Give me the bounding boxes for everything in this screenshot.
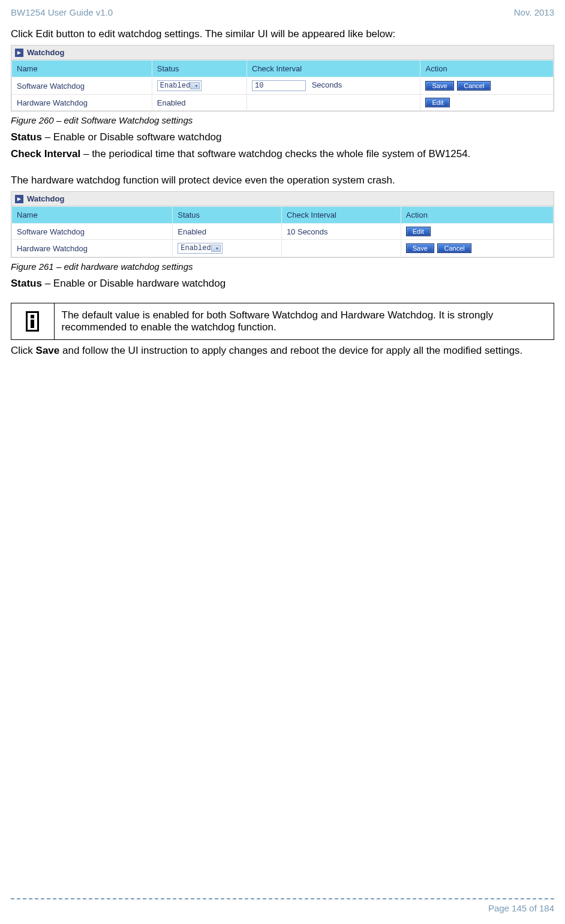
footer-divider [11,898,554,899]
cell-name: Hardware Watchdog [12,240,173,257]
watchdog-table-2: ▸ Watchdog Name Status Check Interval Ac… [11,191,554,258]
page-number: Page 145 of 184 [11,903,554,913]
cell-interval [247,95,420,111]
col-check-interval: Check Interval [247,61,420,77]
cancel-button[interactable]: Cancel [437,243,471,253]
table-row: Software Watchdog Enabled▾ 10 Seconds Sa… [12,77,554,95]
col-status: Status [152,61,247,77]
intro-text-2: The hardware watchdog function will prot… [11,174,554,186]
doc-title: BW1254 User Guide v1.0 [11,7,113,17]
col-action: Action [420,61,554,77]
info-text: The default value is enabled for both So… [55,303,554,339]
figure-caption-2: Figure 261 – edit hardware watchdog sett… [11,261,554,272]
table-row: Software Watchdog Enabled 10 Seconds Edi… [12,224,554,240]
cell-name: Hardware Watchdog [12,95,152,111]
status-select[interactable]: Enabled▾ [178,243,222,254]
status-line-1: Status – Enable or Disable software watc… [11,131,554,143]
check-interval-line: Check Interval – the periodical time tha… [11,148,554,160]
info-box: The default value is enabled for both So… [11,303,554,340]
save-button[interactable]: Save [425,81,453,91]
interval-input[interactable]: 10 [252,80,306,91]
doc-date: Nov. 2013 [514,7,554,17]
chevron-down-icon: ▾ [195,83,198,89]
cell-status: Enabled [173,224,282,240]
col-action: Action [401,207,553,224]
table-title-text: Watchdog [27,48,64,57]
intro-text-1: Click Edit button to edit watchdog setti… [11,28,554,40]
arrow-right-icon: ▸ [15,49,23,57]
cell-interval [281,240,401,257]
cancel-button[interactable]: Cancel [457,81,491,91]
table-title: ▸ Watchdog [11,192,554,206]
status-select[interactable]: Enabled▾ [157,80,202,91]
edit-button[interactable]: Edit [425,98,450,107]
info-icon-cell [11,303,55,339]
interval-unit: Seconds [312,80,342,89]
closing-text: Click Save and follow the UI instruction… [11,345,554,357]
table-title: ▸ Watchdog [11,46,554,60]
cell-name: Software Watchdog [12,224,173,240]
status-line-2: Status – Enable or Disable hardware watc… [11,278,554,290]
chevron-down-icon: ▾ [215,245,218,252]
edit-button[interactable]: Edit [406,227,431,236]
col-name: Name [12,61,152,77]
col-check-interval: Check Interval [281,207,401,224]
arrow-right-icon: ▸ [15,195,23,203]
figure-caption-1: Figure 260 – edit Software Watchdog sett… [11,115,554,125]
cell-status: Enabled [152,95,247,111]
table-title-text: Watchdog [27,194,64,203]
cell-name: Software Watchdog [12,77,152,95]
table-row: Hardware Watchdog Enabled Edit [12,95,554,111]
col-name: Name [12,207,173,224]
cell-interval: 10 Seconds [281,224,401,240]
table-row: Hardware Watchdog Enabled▾ Save Cancel [12,240,554,257]
col-status: Status [173,207,282,224]
info-icon [26,311,39,332]
save-button[interactable]: Save [406,243,434,253]
watchdog-table-1: ▸ Watchdog Name Status Check Interval Ac… [11,45,554,112]
